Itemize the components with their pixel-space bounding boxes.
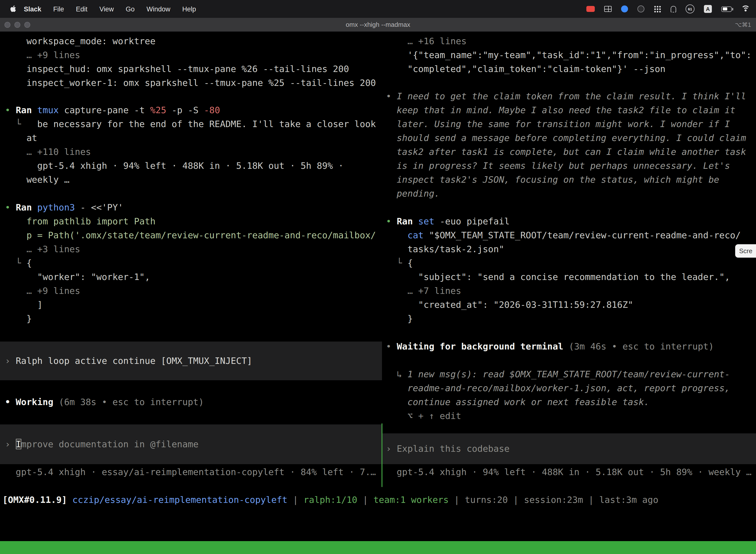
terminal-line: tasks/task-2.json" [382, 242, 756, 256]
apple-icon [10, 5, 17, 13]
terminal-line: pending. [382, 187, 756, 201]
terminal-line: • Working (6m 38s • esc to interrupt) [0, 395, 382, 409]
menu-help[interactable]: Help [176, 5, 202, 13]
terminal-line: • I need to get the claim token from the… [382, 89, 756, 103]
terminal-line: readme-and-reco/mailbox/worker-1.json, a… [382, 381, 756, 395]
prompt-input[interactable]: › Improve documentation in @filename [0, 425, 382, 464]
terminal-line: gpt-5.4 xhigh · 94% left · 488K in · 5.1… [382, 465, 756, 479]
desktop: Slack FileEditViewGoWindowHelp 61 A [0, 0, 756, 554]
right-terminal-pane[interactable]: … +16 lines '{"team_name":"my-team","tas… [382, 32, 756, 493]
window-shortcut-hint: ⌥⌘1 [735, 21, 751, 28]
terminal-line: └ { [382, 256, 756, 270]
terminal-block: ↳ 1 new msg(s): read $OMX_TEAM_STATE_ROO… [382, 367, 756, 423]
terminal-line: at [0, 131, 382, 145]
terminal-line: should send a message before completing … [382, 131, 756, 145]
menu-view[interactable]: View [93, 5, 120, 13]
grid-app-icon[interactable] [604, 6, 612, 12]
terminal-line: inspect_worker-1: omx sparkshell --tmux-… [0, 76, 382, 90]
terminal-line: p = Path('.omx/state/team/review-current… [0, 228, 382, 242]
terminal-line: } [0, 312, 382, 326]
terminal-block: … +16 lines '{"team_name":"my-team","tas… [382, 34, 756, 76]
battery-icon[interactable] [721, 6, 732, 12]
band-text: › Improve documentation in @filename [0, 437, 198, 451]
omx-status-text: [OMX#0.11.9] cczip/essay/ai-reimplementa… [0, 493, 756, 507]
terminal-block: gpt-5.4 xhigh · essay/ai-reimplementatio… [0, 465, 382, 479]
terminal-line: ⌥ + ↑ edit [382, 409, 756, 423]
band-text: › Ralph loop active continue [OMX_TMUX_I… [0, 354, 252, 368]
menu-go[interactable]: Go [120, 5, 141, 13]
terminal-block: • I need to get the claim token from the… [382, 89, 756, 201]
terminal-line: … +16 lines [382, 34, 756, 48]
prompt-input[interactable]: › Explain this codebase [382, 433, 756, 464]
menu-file[interactable]: File [47, 5, 70, 13]
window-title-bar[interactable]: omx --xhigh --madmax ⌥⌘1 [0, 18, 756, 32]
omx-status-line: [OMX#0.11.9] cczip/essay/ai-reimplementa… [0, 493, 756, 507]
menu-edit[interactable]: Edit [70, 5, 93, 13]
zoom-button[interactable] [24, 21, 30, 27]
terminal-block: workspace_mode: worktree … +9 lines insp… [0, 34, 382, 90]
terminal-line: … +7 lines [382, 284, 756, 298]
dark-app-icon[interactable] [637, 5, 644, 12]
terminal-line: "subject": "send a concise recommendatio… [382, 270, 756, 284]
terminal-line: keep that in mind. Maybe I also need the… [382, 103, 756, 117]
terminal-line: } [382, 312, 756, 326]
active-app-name[interactable]: Slack [17, 5, 47, 13]
terminal-line: cat "$OMX_TEAM_STATE_ROOT/team/review-cu… [382, 228, 756, 242]
terminal-line: • Ran set -euo pipefail [382, 214, 756, 228]
terminal-block: • Ran python3 - <<'PY' from pathlib impo… [0, 201, 382, 326]
close-button[interactable] [4, 21, 10, 27]
terminal-line: • Waiting for background terminal (3m 46… [382, 340, 756, 353]
terminal-line: continue assigned work or next feasible … [382, 395, 756, 409]
terminal-block: • Ran tmux capture-pane -t %25 -p -S -80… [0, 103, 382, 187]
terminal-line: from pathlib import Path [0, 214, 382, 228]
terminal-block: gpt-5.4 xhigh · 94% left · 488K in · 5.1… [382, 465, 756, 479]
wifi-icon[interactable] [741, 5, 750, 12]
tmux-status-bar: [omx-cczip0:bash* "MacBook-Pro-44.local"… [0, 541, 756, 554]
terminal-line: • Ran tmux capture-pane -t %25 -p -S -80 [0, 103, 382, 117]
terminal-line: "worker": "worker-1", [0, 270, 382, 284]
terminal-line: • Ran python3 - <<'PY' [0, 201, 382, 214]
terminal-line: weekly … [0, 173, 382, 187]
pane-divider[interactable] [381, 424, 382, 487]
terminal-block: • Working (6m 38s • esc to interrupt) [0, 395, 382, 409]
blue-app-icon[interactable] [621, 5, 628, 12]
input-source-icon[interactable]: A [704, 5, 712, 13]
ralph-loop-banner: › Ralph loop active continue [OMX_TMUX_I… [0, 341, 382, 380]
screen: Slack FileEditViewGoWindowHelp 61 A [0, 0, 756, 554]
terminal-line: ↳ 1 new msg(s): read $OMX_TEAM_STATE_ROO… [382, 367, 756, 381]
terminal-line: task2 after task1 is complete, but can I… [382, 145, 756, 159]
minimize-button[interactable] [14, 21, 20, 27]
terminal-line: gpt-5.4 xhigh · 94% left · 488K in · 5.1… [0, 159, 382, 173]
terminal-line: '{"team_name":"my-team","task_id":"1","f… [382, 48, 756, 62]
terminal-line: "completed","claim_token":"claim-token"}… [382, 62, 756, 76]
menu-bar: Slack FileEditViewGoWindowHelp 61 A [0, 0, 756, 18]
band-text: › Explain this codebase [382, 442, 510, 456]
traffic-lights [0, 21, 30, 27]
terminal-line: inspect_hud: omx sparkshell --tmux-pane … [0, 62, 382, 76]
terminal-line: gpt-5.4 xhigh · essay/ai-reimplementatio… [0, 465, 382, 479]
dots-grid-icon[interactable] [654, 5, 661, 13]
terminal-line: … +3 lines [0, 242, 382, 256]
terminal-line: … +9 lines [0, 284, 382, 298]
terminal-line: is in progress? It seems likely but perh… [382, 159, 756, 173]
terminal-line: ] [0, 298, 382, 312]
terminal-block: • Waiting for background terminal (3m 46… [382, 340, 756, 353]
gauge-icon[interactable]: 61 [686, 4, 694, 13]
window-title: omx --xhigh --madmax [0, 21, 756, 28]
terminal-line: workspace_mode: worktree [0, 34, 382, 48]
terminal-line: … +9 lines [0, 48, 382, 62]
screen-capture-popover[interactable]: Scre [735, 244, 756, 258]
terminal-line: later. Using the same for transition mig… [382, 117, 756, 131]
screen-recording-indicator-icon[interactable] [586, 6, 595, 12]
terminal-block: • Ran set -euo pipefail cat "$OMX_TEAM_S… [382, 214, 756, 326]
terminal-line: … +110 lines [0, 145, 382, 159]
terminal-line: inspect task2's JSON, focusing on the st… [382, 173, 756, 187]
terminal-line: "created_at": "2026-03-31T11:59:27.816Z" [382, 298, 756, 312]
menu-status-icons: 61 A [586, 4, 750, 13]
left-terminal-pane[interactable]: workspace_mode: worktree … +9 lines insp… [0, 32, 382, 493]
terminal-line: └ be necessary for the end of the README… [0, 117, 382, 131]
apple-menu[interactable] [10, 5, 17, 13]
menu-window[interactable]: Window [141, 5, 176, 13]
terminal-line: └ { [0, 256, 382, 270]
ghost-app-icon[interactable] [671, 6, 676, 12]
